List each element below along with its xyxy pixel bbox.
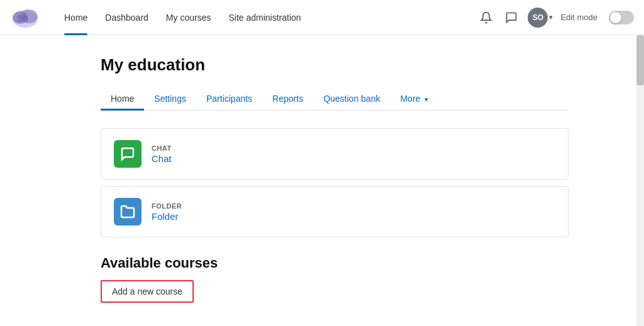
list-item: FOLDER Folder — [101, 186, 569, 237]
chat-item-type: CHAT — [152, 144, 172, 152]
tab-more[interactable]: More ▾ — [390, 87, 438, 110]
nav-my-courses[interactable]: My courses — [157, 0, 220, 35]
tab-question-bank[interactable]: Question bank — [313, 87, 390, 110]
sub-tabs: Home Settings Participants Reports Quest… — [101, 87, 569, 111]
user-avatar: SO — [528, 8, 548, 28]
user-dropdown-arrow: ▾ — [549, 13, 553, 21]
navbar-right: SO ▾ Edit mode — [477, 8, 634, 28]
notifications-icon[interactable] — [477, 9, 495, 26]
nav-home[interactable]: Home — [55, 0, 96, 35]
more-dropdown-arrow: ▾ — [425, 95, 428, 103]
user-menu[interactable]: SO ▾ — [528, 8, 553, 28]
page-title: My education — [101, 55, 569, 75]
course-items-list: CHAT Chat FOLDER Folder — [101, 128, 569, 237]
logo[interactable]: Sh — [10, 5, 40, 30]
chat-item-info: CHAT Chat — [152, 144, 172, 164]
svg-text:Sh: Sh — [17, 13, 28, 23]
tab-settings[interactable]: Settings — [144, 87, 196, 110]
messages-icon[interactable] — [502, 9, 520, 26]
add-new-course-button[interactable]: Add a new course — [101, 280, 194, 303]
main-nav: Home Dashboard My courses Site administr… — [55, 0, 477, 35]
edit-mode-label: Edit mode — [560, 13, 597, 22]
folder-icon — [114, 198, 142, 225]
chat-icon — [114, 140, 142, 168]
scrollbar[interactable] — [636, 35, 644, 323]
toggle-knob — [610, 12, 621, 23]
available-courses-title: Available courses — [101, 255, 569, 271]
folder-item-type: FOLDER — [152, 202, 182, 210]
nav-site-admin[interactable]: Site administration — [219, 0, 309, 35]
list-item: CHAT Chat — [101, 128, 569, 180]
tab-participants[interactable]: Participants — [196, 87, 262, 110]
edit-mode-toggle[interactable] — [609, 11, 634, 24]
tab-reports[interactable]: Reports — [262, 87, 313, 110]
tab-home[interactable]: Home — [101, 87, 144, 110]
nav-dashboard[interactable]: Dashboard — [96, 0, 157, 35]
main-content: My education Home Settings Participants … — [0, 35, 644, 323]
folder-item-info: FOLDER Folder — [152, 202, 182, 222]
folder-item-name[interactable]: Folder — [152, 211, 182, 222]
chat-item-name[interactable]: Chat — [152, 153, 172, 164]
scrollbar-thumb — [636, 35, 644, 85]
navbar: Sh Home Dashboard My courses Site admini… — [0, 0, 644, 35]
